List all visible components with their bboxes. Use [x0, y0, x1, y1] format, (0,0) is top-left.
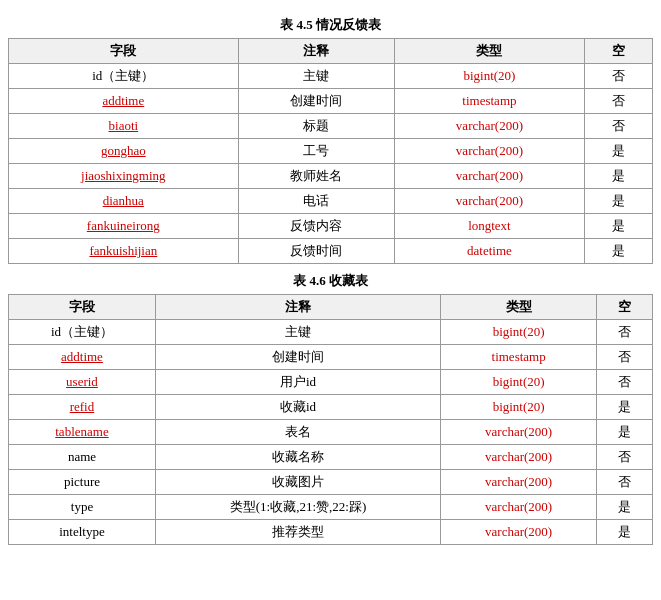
table-row: fankuineirong反馈内容longtext是 [9, 214, 653, 239]
field-cell: fankuishijian [9, 239, 239, 264]
comment-cell: 创建时间 [238, 89, 394, 114]
comment-cell: 反馈时间 [238, 239, 394, 264]
comment-cell: 教师姓名 [238, 164, 394, 189]
type-cell: bigint(20) [441, 395, 597, 420]
comment-cell: 工号 [238, 139, 394, 164]
comment-cell: 电话 [238, 189, 394, 214]
field-cell: dianhua [9, 189, 239, 214]
type-cell: varchar(200) [394, 189, 584, 214]
field-cell: addtime [9, 89, 239, 114]
nullable-cell: 是 [597, 495, 653, 520]
type-cell: bigint(20) [441, 320, 597, 345]
table-row: name收藏名称varchar(200)否 [9, 445, 653, 470]
field-cell: id（主键） [9, 320, 156, 345]
table2-header-field: 字段 [9, 295, 156, 320]
nullable-cell: 是 [585, 189, 653, 214]
table-row: dianhua电话varchar(200)是 [9, 189, 653, 214]
table-row: fankuishijian反馈时间datetime是 [9, 239, 653, 264]
comment-cell: 标题 [238, 114, 394, 139]
type-cell: varchar(200) [441, 495, 597, 520]
table2-header-nullable: 空 [597, 295, 653, 320]
field-cell: biaoti [9, 114, 239, 139]
comment-cell: 收藏id [155, 395, 440, 420]
type-cell: longtext [394, 214, 584, 239]
field-cell: name [9, 445, 156, 470]
table1-header-field: 字段 [9, 39, 239, 64]
table-row: id（主键）主键bigint(20)否 [9, 320, 653, 345]
nullable-cell: 否 [597, 445, 653, 470]
field-cell: gonghao [9, 139, 239, 164]
table2-header-type: 类型 [441, 295, 597, 320]
table-row: biaoti标题varchar(200)否 [9, 114, 653, 139]
table-row: picture收藏图片varchar(200)否 [9, 470, 653, 495]
type-cell: varchar(200) [441, 420, 597, 445]
table-row: userid用户idbigint(20)否 [9, 370, 653, 395]
comment-cell: 反馈内容 [238, 214, 394, 239]
field-cell: jiaoshixingming [9, 164, 239, 189]
table-row: addtime创建时间timestamp否 [9, 89, 653, 114]
table2: 字段 注释 类型 空 id（主键）主键bigint(20)否addtime创建时… [8, 294, 653, 545]
type-cell: varchar(200) [394, 114, 584, 139]
nullable-cell: 是 [597, 395, 653, 420]
type-cell: varchar(200) [394, 164, 584, 189]
nullable-cell: 否 [585, 89, 653, 114]
nullable-cell: 是 [585, 239, 653, 264]
table-row: tablename表名varchar(200)是 [9, 420, 653, 445]
nullable-cell: 是 [597, 520, 653, 545]
comment-cell: 类型(1:收藏,21:赞,22:踩) [155, 495, 440, 520]
nullable-cell: 是 [585, 214, 653, 239]
table-row: gonghao工号varchar(200)是 [9, 139, 653, 164]
field-cell: inteltype [9, 520, 156, 545]
nullable-cell: 是 [597, 420, 653, 445]
type-cell: datetime [394, 239, 584, 264]
type-cell: varchar(200) [441, 520, 597, 545]
nullable-cell: 是 [585, 164, 653, 189]
table1-header-type: 类型 [394, 39, 584, 64]
comment-cell: 推荐类型 [155, 520, 440, 545]
table-row: refid收藏idbigint(20)是 [9, 395, 653, 420]
type-cell: varchar(200) [441, 470, 597, 495]
table-row: jiaoshixingming教师姓名varchar(200)是 [9, 164, 653, 189]
nullable-cell: 否 [585, 114, 653, 139]
field-cell: fankuineirong [9, 214, 239, 239]
type-cell: timestamp [394, 89, 584, 114]
field-cell: refid [9, 395, 156, 420]
table-row: id（主键）主键bigint(20)否 [9, 64, 653, 89]
nullable-cell: 否 [597, 470, 653, 495]
field-cell: tablename [9, 420, 156, 445]
comment-cell: 收藏名称 [155, 445, 440, 470]
table1-header-nullable: 空 [585, 39, 653, 64]
table-row: type类型(1:收藏,21:赞,22:踩)varchar(200)是 [9, 495, 653, 520]
field-cell: picture [9, 470, 156, 495]
comment-cell: 主键 [238, 64, 394, 89]
comment-cell: 主键 [155, 320, 440, 345]
type-cell: timestamp [441, 345, 597, 370]
field-cell: id（主键） [9, 64, 239, 89]
nullable-cell: 否 [597, 370, 653, 395]
comment-cell: 收藏图片 [155, 470, 440, 495]
table1: 字段 注释 类型 空 id（主键）主键bigint(20)否addtime创建时… [8, 38, 653, 264]
nullable-cell: 是 [585, 139, 653, 164]
field-cell: type [9, 495, 156, 520]
nullable-cell: 否 [597, 345, 653, 370]
type-cell: varchar(200) [394, 139, 584, 164]
type-cell: bigint(20) [441, 370, 597, 395]
type-cell: varchar(200) [441, 445, 597, 470]
type-cell: bigint(20) [394, 64, 584, 89]
table2-header-comment: 注释 [155, 295, 440, 320]
table1-header-comment: 注释 [238, 39, 394, 64]
field-cell: userid [9, 370, 156, 395]
table2-title: 表 4.6 收藏表 [8, 272, 653, 290]
field-cell: addtime [9, 345, 156, 370]
nullable-cell: 否 [597, 320, 653, 345]
comment-cell: 用户id [155, 370, 440, 395]
nullable-cell: 否 [585, 64, 653, 89]
table1-title: 表 4.5 情况反馈表 [8, 16, 653, 34]
table-row: inteltype推荐类型varchar(200)是 [9, 520, 653, 545]
comment-cell: 创建时间 [155, 345, 440, 370]
table-row: addtime创建时间timestamp否 [9, 345, 653, 370]
comment-cell: 表名 [155, 420, 440, 445]
